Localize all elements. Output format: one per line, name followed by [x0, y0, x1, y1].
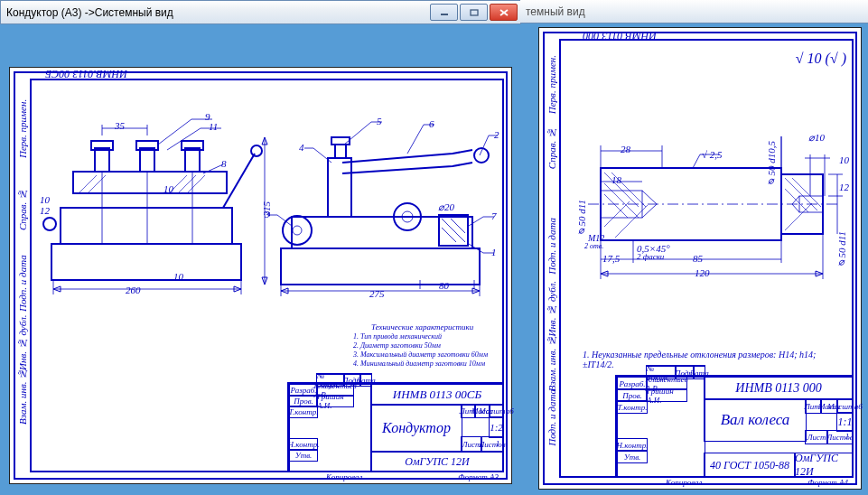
svg-line-82: [604, 201, 630, 227]
dim: 275: [369, 288, 385, 299]
fixture-front-view: [42, 108, 250, 289]
svg-rect-39: [328, 158, 351, 217]
title-block: Разраб. Пров. Т.контр. Н.контр. Утв. Кли…: [615, 375, 854, 478]
tb-sign: Гришин А.И.: [646, 388, 687, 402]
side-note: Справ. №: [17, 176, 28, 230]
dim: 2 фаски: [637, 252, 664, 261]
side-note: Взам. инв. №: [17, 375, 28, 425]
leader: 7: [491, 210, 497, 221]
tb-org: ОмГУПС 12И: [794, 453, 854, 478]
tech-line: 4. Минимальный диаметр заготовки 10мм: [353, 360, 485, 368]
svg-line-61: [407, 125, 424, 154]
leader: 3: [265, 209, 270, 219]
tb-code: ИНМВ 0113 000: [704, 377, 854, 400]
dim: 12: [839, 182, 849, 192]
dim: ⌀50 d11: [575, 200, 587, 238]
minimize-button[interactable]: [430, 4, 458, 21]
dim: 35: [115, 120, 125, 131]
tech-line: 3. Максимальный диаметр заготовки 60мм: [353, 350, 488, 359]
tb-code: ИНМВ 0113 00СБ: [370, 384, 504, 406]
tb-scale: 1:1: [836, 412, 854, 432]
window-titlebar: Кондуктор (А3) ->Системный вид: [0, 0, 521, 24]
tb-material: 40 ГОСТ 1050-88: [704, 453, 796, 478]
surface-roughness-general: √ 10 (√ ): [796, 51, 846, 67]
tb-one: 1: [843, 430, 852, 443]
svg-line-48: [442, 219, 465, 242]
dim: 17,5: [602, 253, 620, 264]
tb-role: Утв.: [617, 450, 648, 463]
close-button[interactable]: [490, 4, 518, 21]
sheet-a4: ИНМВ 0113 000 √ 10 (√ ) Перв. примен. Сп…: [538, 27, 862, 490]
format-label: Формат А4: [807, 478, 848, 487]
leader: 10: [163, 183, 173, 194]
tb-role: Т.контр.: [617, 400, 648, 414]
leader: 4: [299, 142, 304, 153]
fixture-side-view: [272, 108, 498, 298]
copied-label: Копировал: [326, 472, 362, 481]
drawing-code-inverted: ИНМВ 0113 000: [583, 29, 657, 42]
tb-col: № докум.: [316, 373, 345, 387]
svg-line-88: [792, 178, 821, 207]
svg-line-78: [604, 173, 639, 207]
svg-rect-43: [335, 145, 346, 158]
dim: 28: [621, 144, 630, 154]
format-label: Формат А3: [458, 472, 499, 481]
maximize-button[interactable]: [460, 4, 488, 21]
tb-role: Утв.: [289, 449, 318, 462]
dim: 10: [173, 271, 183, 282]
tb-sign: Гришин А.И.: [316, 395, 354, 407]
tech-header: Технические характеристики: [371, 322, 473, 332]
adjacent-tab-title: темный вид: [520, 0, 868, 23]
svg-rect-5: [61, 208, 232, 244]
tb-one: 1: [493, 436, 502, 451]
dim: 80: [439, 280, 449, 291]
svg-rect-1: [471, 10, 478, 15]
leader: 8: [221, 158, 227, 169]
svg-line-86: [785, 178, 817, 210]
svg-rect-7: [95, 148, 109, 172]
dim: ⌀20: [438, 201, 454, 213]
maximize-icon: [470, 9, 479, 16]
side-note: Перв. примен.: [17, 104, 28, 158]
svg-rect-11: [185, 148, 200, 172]
dim: ⌀10: [808, 132, 825, 144]
general-note: 1. Неуказанные предельные отклонения раз…: [583, 350, 848, 369]
close-icon: [499, 9, 509, 16]
title-block: Разраб. Пров. Т.контр. Н.контр. Утв. Кли…: [287, 382, 504, 472]
svg-rect-9: [140, 148, 154, 172]
side-note: Инв. № дубл.: [17, 321, 28, 370]
tb-name: Вал колеса: [704, 398, 807, 442]
svg-line-17: [88, 175, 106, 193]
side-note: Взам. инв. №: [546, 335, 557, 391]
dim: ⌀50 d10,5: [765, 141, 777, 188]
leader: 10: [40, 194, 50, 205]
side-note: Перв. примен.: [546, 55, 557, 114]
side-note: Подп. и дата: [546, 389, 557, 446]
side-note: Справ. №: [546, 127, 557, 169]
svg-rect-4: [51, 244, 241, 280]
svg-rect-38: [292, 217, 472, 248]
side-note: Подп. и дата: [546, 218, 557, 275]
svg-line-65: [313, 148, 331, 163]
leader: 6: [429, 118, 434, 129]
svg-rect-37: [281, 248, 480, 285]
minimize-icon: [440, 9, 449, 16]
svg-line-80: [604, 194, 628, 218]
svg-line-59: [344, 122, 371, 145]
svg-line-34: [167, 128, 201, 150]
svg-point-42: [474, 148, 489, 163]
svg-line-16: [79, 175, 97, 193]
tb-col: № докум.: [646, 365, 677, 379]
leader: 1: [491, 247, 497, 257]
svg-line-22: [223, 154, 255, 208]
svg-line-20: [187, 175, 205, 193]
svg-rect-44: [331, 137, 350, 145]
side-note: Подп. и дата: [17, 248, 28, 312]
tb-org: ОмГУПС 12И: [370, 451, 504, 472]
leader: 2: [494, 129, 499, 140]
tb-scale: 1:2: [489, 416, 504, 438]
tb-role: Т.контр.: [289, 406, 318, 418]
window-title: Кондуктор (А3) ->Системный вид: [1, 6, 429, 19]
surface-ra: √ 2,5: [702, 149, 723, 160]
svg-point-46: [293, 226, 302, 235]
